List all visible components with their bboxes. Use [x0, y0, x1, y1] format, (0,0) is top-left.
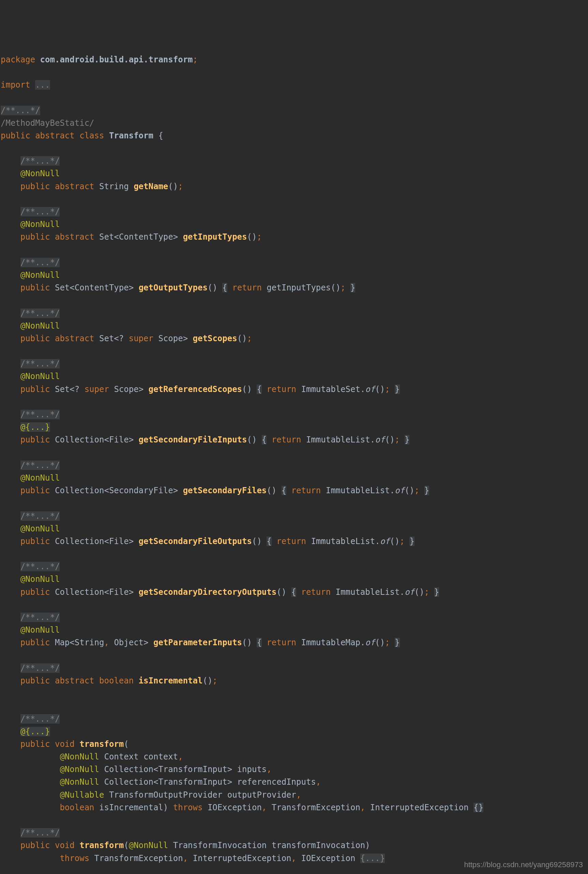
type-file: File — [109, 587, 129, 597]
keyword-void: void — [55, 739, 75, 749]
folded-body[interactable]: {...} — [360, 853, 385, 863]
keyword-return: return — [291, 486, 321, 495]
annotation-nonnull: @NonNull — [21, 270, 60, 280]
javadoc-folded[interactable]: /**...*/ — [21, 714, 60, 724]
param-transforminvocation: transformInvocation — [272, 841, 365, 850]
javadoc-folded[interactable]: /**...*/ — [21, 156, 60, 166]
param-isincremental: isIncremental — [99, 803, 163, 812]
keyword-return: return — [272, 435, 302, 445]
javadoc-folded[interactable]: /**...*/ — [21, 511, 60, 521]
method-of: of — [365, 384, 375, 394]
type-collection: Collection — [104, 765, 153, 774]
type-immutablelist: ImmutableList — [326, 486, 390, 495]
type-collection: Collection — [55, 486, 104, 495]
type-collection: Collection — [55, 537, 104, 546]
keyword-class: class — [80, 131, 104, 141]
keyword-return: return — [267, 384, 296, 394]
keyword-super: super — [129, 334, 153, 343]
type-contenttype: ContentType — [119, 232, 173, 242]
keyword-public: public — [1, 131, 30, 141]
keyword-return: return — [232, 283, 262, 292]
method-transform: transform — [80, 841, 124, 850]
annotation-nonnull: @NonNull — [21, 524, 60, 534]
javadoc-folded[interactable]: /**...*/ — [21, 359, 60, 369]
param-context: context — [144, 752, 178, 762]
method-getsecondarydirectoryoutputs: getSecondaryDirectoryOutputs — [139, 587, 277, 597]
keyword-throws: throws — [173, 803, 203, 812]
keyword-abstract: abstract — [55, 676, 94, 685]
keyword-public: public — [21, 537, 50, 546]
watermark: https://blog.csdn.net/yang69258973 — [464, 859, 583, 871]
javadoc-folded[interactable]: /**...*/ — [21, 613, 60, 622]
type-set: Set — [99, 334, 114, 343]
keyword-abstract: abstract — [55, 182, 94, 191]
suppress-comment: /MethodMayBeStatic/ — [1, 118, 94, 128]
class-name: Transform — [109, 131, 153, 141]
keyword-public: public — [21, 435, 50, 445]
method-of: of — [375, 435, 385, 445]
javadoc-folded[interactable]: /**...*/ — [21, 309, 60, 318]
annotation-nonnull: @NonNull — [129, 841, 168, 850]
method-getname: getName — [134, 182, 168, 191]
javadoc-folded[interactable]: /**...*/ — [21, 258, 60, 267]
javadoc-folded[interactable]: /**...*/ — [21, 410, 60, 419]
keyword-public: public — [21, 587, 50, 597]
keyword-public: public — [21, 283, 50, 292]
keyword-return: return — [301, 587, 331, 597]
annotation-nonnull: @NonNull — [21, 574, 60, 584]
param-outputprovider: outputProvider — [227, 790, 296, 800]
annotation-folded[interactable]: @{...} — [21, 422, 50, 432]
method-of: of — [380, 537, 390, 546]
javadoc-folded[interactable]: /**...*/ — [1, 106, 40, 115]
type-immutablelist: ImmutableList — [306, 435, 370, 445]
keyword-void: void — [55, 841, 75, 850]
keyword-public: public — [21, 486, 50, 495]
package-name: com.android.build.api.transform — [40, 55, 193, 64]
method-getparameterinputs: getParameterInputs — [153, 638, 242, 647]
brace-open: { — [222, 283, 227, 292]
javadoc-folded[interactable]: /**...*/ — [21, 207, 60, 216]
annotation-nonnull: @NonNull — [21, 169, 60, 178]
method-getreferencedscopes: getReferencedScopes — [148, 384, 242, 394]
keyword-public: public — [21, 638, 50, 647]
keyword-package: package — [1, 55, 35, 64]
method-getsecondaryfileinputs: getSecondaryFileInputs — [139, 435, 247, 445]
type-interruptedexception: InterruptedException — [193, 853, 291, 863]
type-collection: Collection — [55, 587, 104, 597]
method-getsecondaryfileoutputs: getSecondaryFileOutputs — [139, 537, 252, 546]
type-map: Map — [55, 638, 69, 647]
keyword-public: public — [21, 182, 50, 191]
method-of: of — [405, 587, 414, 597]
keyword-public: public — [21, 739, 50, 749]
annotation-nonnull: @NonNull — [60, 765, 99, 774]
method-of: of — [395, 486, 405, 495]
keyword-public: public — [21, 676, 50, 685]
javadoc-folded[interactable]: /**...*/ — [21, 562, 60, 571]
import-folded[interactable]: ... — [35, 80, 50, 90]
type-immutableset: ImmutableSet — [302, 384, 360, 394]
javadoc-folded[interactable]: /**...*/ — [21, 663, 60, 673]
type-scope: Scope — [158, 334, 183, 343]
type-interruptedexception: InterruptedException — [370, 803, 469, 812]
type-file: File — [109, 537, 129, 546]
type-immutablemap: ImmutableMap — [302, 638, 360, 647]
keyword-throws: throws — [60, 853, 89, 863]
annotation-folded[interactable]: @{...} — [21, 727, 50, 736]
type-contenttype: ContentType — [75, 283, 129, 292]
javadoc-folded[interactable]: /**...*/ — [21, 828, 60, 838]
keyword-public: public — [21, 232, 50, 242]
type-transformexception: TransformException — [272, 803, 360, 812]
type-context: Context — [104, 752, 138, 762]
annotation-nonnull: @NonNull — [21, 219, 60, 229]
type-collection: Collection — [55, 435, 104, 445]
annotation-nonnull: @NonNull — [21, 625, 60, 635]
javadoc-folded[interactable]: /**...*/ — [21, 460, 60, 470]
code-editor[interactable]: package com.android.build.api.transform;… — [1, 54, 587, 874]
type-transforminput: TransformInput — [158, 765, 227, 774]
annotation-nonnull: @NonNull — [60, 777, 99, 787]
type-scope: Scope — [114, 384, 138, 394]
brace-open: { — [158, 131, 163, 141]
method-getscopes: getScopes — [193, 334, 237, 343]
method-getsecondaryfiles: getSecondaryFiles — [183, 486, 267, 495]
type-secondaryfile: SecondaryFile — [109, 486, 173, 495]
